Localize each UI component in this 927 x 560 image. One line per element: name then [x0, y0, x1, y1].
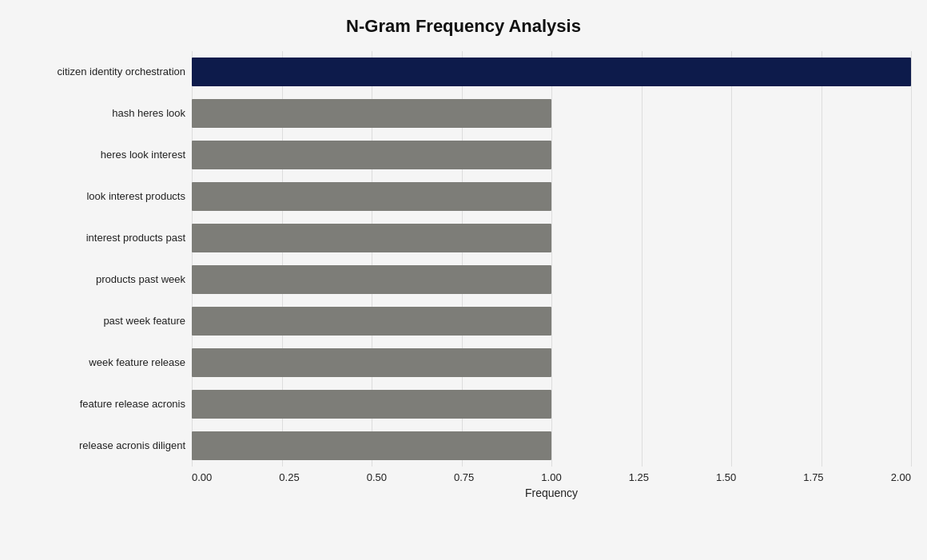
x-tick: 0.25: [279, 471, 299, 483]
x-tick: 0.00: [192, 471, 212, 483]
y-label: feature release acronis: [16, 398, 185, 411]
x-tick: 1.75: [803, 471, 823, 483]
bars-and-grid: [192, 51, 911, 467]
x-tick: 1.50: [716, 471, 736, 483]
bar-row: [192, 300, 911, 342]
y-label: past week feature: [16, 315, 185, 328]
bar-row: [192, 134, 911, 176]
bar: [192, 224, 551, 252]
bar: [192, 141, 551, 169]
bar-row: [192, 176, 911, 217]
x-tick: 0.75: [454, 471, 474, 483]
bar: [192, 348, 551, 377]
chart-area: citizen identity orchestrationhash heres…: [16, 51, 911, 499]
x-tick: 2.00: [891, 471, 911, 483]
x-tick: 1.25: [629, 471, 649, 483]
y-label: heres look interest: [16, 149, 185, 161]
bar-row: [192, 259, 911, 300]
chart-container: N-Gram Frequency Analysis citizen identi…: [0, 0, 927, 560]
x-tick: 0.50: [367, 471, 387, 483]
x-axis-label: Frequency: [192, 487, 911, 499]
y-label: interest products past: [16, 232, 185, 244]
bar: [192, 58, 911, 86]
bar-row: [192, 383, 911, 425]
bar: [192, 265, 551, 294]
bar: [192, 99, 551, 128]
y-label: look interest products: [16, 190, 185, 203]
y-label: release acronis diligent: [16, 439, 185, 452]
y-label: citizen identity orchestration: [16, 66, 185, 78]
bar-rows: [192, 51, 911, 467]
y-label: products past week: [16, 273, 185, 286]
bars-section: citizen identity orchestrationhash heres…: [16, 51, 911, 467]
bar: [192, 431, 551, 460]
bar-row: [192, 51, 911, 93]
x-axis: 0.000.250.500.751.001.251.501.752.00: [192, 471, 911, 483]
bar-row: [192, 425, 911, 467]
y-label: hash heres look: [16, 107, 185, 120]
grid-line: [911, 51, 912, 467]
y-label: week feature release: [16, 356, 185, 369]
bar-row: [192, 342, 911, 383]
y-labels: citizen identity orchestrationhash heres…: [16, 51, 192, 467]
bar: [192, 182, 551, 211]
chart-title: N-Gram Frequency Analysis: [16, 16, 911, 37]
bar-row: [192, 217, 911, 259]
bar: [192, 390, 551, 419]
x-tick: 1.00: [541, 471, 561, 483]
bar: [192, 307, 551, 336]
bar-row: [192, 93, 911, 134]
